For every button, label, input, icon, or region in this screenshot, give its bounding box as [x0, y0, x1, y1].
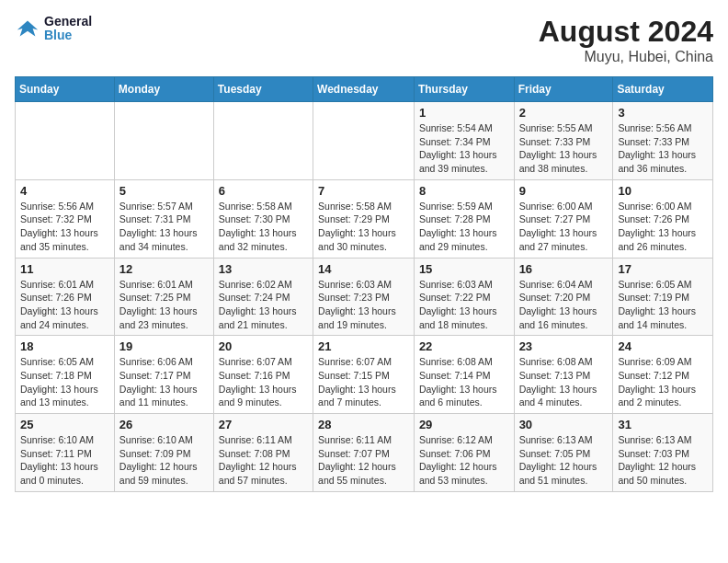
- calendar-cell: 28Sunrise: 6:11 AMSunset: 7:07 PMDayligh…: [313, 414, 415, 492]
- calendar-title: August 2024: [539, 15, 713, 49]
- day-info: Sunrise: 6:06 AMSunset: 7:17 PMDaylight:…: [119, 355, 209, 409]
- logo: General Blue: [15, 15, 92, 43]
- day-number: 3: [618, 106, 708, 120]
- day-info: Sunrise: 6:08 AMSunset: 7:13 PMDaylight:…: [519, 355, 609, 409]
- day-info: Sunrise: 6:05 AMSunset: 7:19 PMDaylight:…: [618, 278, 708, 332]
- day-number: 17: [618, 262, 708, 276]
- day-number: 4: [20, 184, 109, 198]
- calendar-cell: 24Sunrise: 6:09 AMSunset: 7:12 PMDayligh…: [613, 336, 713, 414]
- day-info: Sunrise: 5:57 AMSunset: 7:31 PMDaylight:…: [119, 200, 209, 254]
- day-info: Sunrise: 5:54 AMSunset: 7:34 PMDaylight:…: [419, 121, 509, 176]
- day-info: Sunrise: 6:04 AMSunset: 7:20 PMDaylight:…: [519, 278, 609, 332]
- day-number: 2: [519, 106, 609, 120]
- day-number: 1: [419, 106, 509, 120]
- calendar-cell: 26Sunrise: 6:10 AMSunset: 7:09 PMDayligh…: [114, 414, 213, 492]
- day-number: 29: [419, 418, 509, 431]
- day-number: 26: [119, 418, 209, 431]
- day-number: 10: [618, 184, 708, 198]
- day-number: 11: [20, 262, 109, 276]
- day-number: 20: [219, 339, 308, 353]
- day-info: Sunrise: 6:09 AMSunset: 7:12 PMDaylight:…: [618, 355, 708, 409]
- calendar-cell: 9Sunrise: 6:00 AMSunset: 7:27 PMDaylight…: [514, 179, 613, 258]
- day-info: Sunrise: 5:55 AMSunset: 7:33 PMDaylight:…: [519, 121, 609, 176]
- calendar-header: SundayMondayTuesdayWednesdayThursdayFrid…: [16, 77, 713, 102]
- calendar-cell: [313, 102, 415, 180]
- calendar-week-3: 11Sunrise: 6:01 AMSunset: 7:26 PMDayligh…: [16, 258, 713, 336]
- calendar-week-5: 25Sunrise: 6:10 AMSunset: 7:11 PMDayligh…: [16, 414, 713, 492]
- day-number: 5: [119, 184, 209, 198]
- calendar-week-1: 1Sunrise: 5:54 AMSunset: 7:34 PMDaylight…: [16, 102, 713, 180]
- weekday-header-saturday: Saturday: [613, 77, 713, 102]
- calendar-cell: 4Sunrise: 5:56 AMSunset: 7:32 PMDaylight…: [16, 179, 115, 258]
- calendar-cell: 3Sunrise: 5:56 AMSunset: 7:33 PMDaylight…: [613, 102, 713, 180]
- calendar-cell: 22Sunrise: 6:08 AMSunset: 7:14 PMDayligh…: [414, 336, 514, 414]
- day-info: Sunrise: 6:00 AMSunset: 7:27 PMDaylight:…: [519, 200, 609, 254]
- day-info: Sunrise: 6:10 AMSunset: 7:09 PMDaylight:…: [119, 433, 209, 488]
- calendar-cell: 6Sunrise: 5:58 AMSunset: 7:30 PMDaylight…: [213, 179, 313, 258]
- day-number: 31: [618, 418, 708, 431]
- calendar-cell: 20Sunrise: 6:07 AMSunset: 7:16 PMDayligh…: [213, 336, 313, 414]
- calendar-cell: 8Sunrise: 5:59 AMSunset: 7:28 PMDaylight…: [414, 179, 514, 258]
- day-info: Sunrise: 6:11 AMSunset: 7:08 PMDaylight:…: [219, 433, 308, 488]
- calendar-cell: 15Sunrise: 6:03 AMSunset: 7:22 PMDayligh…: [414, 258, 514, 336]
- day-number: 18: [20, 339, 109, 353]
- day-info: Sunrise: 6:05 AMSunset: 7:18 PMDaylight:…: [20, 355, 109, 409]
- day-number: 28: [318, 418, 409, 431]
- title-block: August 2024 Muyu, Hubei, China: [539, 15, 713, 65]
- calendar-cell: 10Sunrise: 6:00 AMSunset: 7:26 PMDayligh…: [613, 179, 713, 258]
- day-info: Sunrise: 6:13 AMSunset: 7:05 PMDaylight:…: [519, 433, 609, 488]
- day-number: 30: [519, 418, 609, 431]
- day-info: Sunrise: 6:11 AMSunset: 7:07 PMDaylight:…: [318, 433, 409, 488]
- calendar-cell: 2Sunrise: 5:55 AMSunset: 7:33 PMDaylight…: [514, 102, 613, 180]
- calendar-subtitle: Muyu, Hubei, China: [539, 49, 713, 65]
- day-info: Sunrise: 6:13 AMSunset: 7:03 PMDaylight:…: [618, 433, 708, 488]
- day-number: 12: [119, 262, 209, 276]
- day-info: Sunrise: 5:56 AMSunset: 7:32 PMDaylight:…: [20, 200, 109, 254]
- calendar-table: SundayMondayTuesdayWednesdayThursdayFrid…: [15, 76, 713, 492]
- calendar-cell: 11Sunrise: 6:01 AMSunset: 7:26 PMDayligh…: [16, 258, 115, 336]
- day-info: Sunrise: 6:03 AMSunset: 7:22 PMDaylight:…: [419, 278, 509, 332]
- calendar-cell: 7Sunrise: 5:58 AMSunset: 7:29 PMDaylight…: [313, 179, 415, 258]
- calendar-cell: 27Sunrise: 6:11 AMSunset: 7:08 PMDayligh…: [213, 414, 313, 492]
- day-number: 7: [318, 184, 409, 198]
- day-info: Sunrise: 5:59 AMSunset: 7:28 PMDaylight:…: [419, 200, 509, 254]
- calendar-cell: 25Sunrise: 6:10 AMSunset: 7:11 PMDayligh…: [16, 414, 115, 492]
- day-info: Sunrise: 5:58 AMSunset: 7:30 PMDaylight:…: [219, 200, 308, 254]
- weekday-header-sunday: Sunday: [16, 77, 115, 102]
- day-info: Sunrise: 5:58 AMSunset: 7:29 PMDaylight:…: [318, 200, 409, 254]
- day-info: Sunrise: 6:01 AMSunset: 7:25 PMDaylight:…: [119, 278, 209, 332]
- day-info: Sunrise: 6:12 AMSunset: 7:06 PMDaylight:…: [419, 433, 509, 488]
- weekday-header-wednesday: Wednesday: [313, 77, 415, 102]
- day-number: 13: [219, 262, 308, 276]
- day-number: 14: [318, 262, 409, 276]
- logo-icon: [15, 16, 40, 41]
- day-number: 24: [618, 339, 708, 353]
- day-number: 19: [119, 339, 209, 353]
- calendar-cell: 17Sunrise: 6:05 AMSunset: 7:19 PMDayligh…: [613, 258, 713, 336]
- day-number: 6: [219, 184, 308, 198]
- calendar-cell: 30Sunrise: 6:13 AMSunset: 7:05 PMDayligh…: [514, 414, 613, 492]
- calendar-cell: 18Sunrise: 6:05 AMSunset: 7:18 PMDayligh…: [16, 336, 115, 414]
- day-info: Sunrise: 6:01 AMSunset: 7:26 PMDaylight:…: [20, 278, 109, 332]
- calendar-cell: 12Sunrise: 6:01 AMSunset: 7:25 PMDayligh…: [114, 258, 213, 336]
- day-info: Sunrise: 6:07 AMSunset: 7:16 PMDaylight:…: [219, 355, 308, 409]
- calendar-week-4: 18Sunrise: 6:05 AMSunset: 7:18 PMDayligh…: [16, 336, 713, 414]
- day-info: Sunrise: 6:08 AMSunset: 7:14 PMDaylight:…: [419, 355, 509, 409]
- calendar-cell: [213, 102, 313, 180]
- day-number: 9: [519, 184, 609, 198]
- weekday-header-thursday: Thursday: [414, 77, 514, 102]
- day-info: Sunrise: 6:02 AMSunset: 7:24 PMDaylight:…: [219, 278, 308, 332]
- calendar-cell: 1Sunrise: 5:54 AMSunset: 7:34 PMDaylight…: [414, 102, 514, 180]
- svg-marker-0: [17, 21, 38, 37]
- calendar-cell: [114, 102, 213, 180]
- day-info: Sunrise: 5:56 AMSunset: 7:33 PMDaylight:…: [618, 121, 708, 176]
- calendar-week-2: 4Sunrise: 5:56 AMSunset: 7:32 PMDaylight…: [16, 179, 713, 258]
- day-info: Sunrise: 6:00 AMSunset: 7:26 PMDaylight:…: [618, 200, 708, 254]
- weekday-header-monday: Monday: [114, 77, 213, 102]
- day-number: 22: [419, 339, 509, 353]
- page-header: General Blue August 2024 Muyu, Hubei, Ch…: [15, 15, 713, 65]
- calendar-cell: 23Sunrise: 6:08 AMSunset: 7:13 PMDayligh…: [514, 336, 613, 414]
- day-number: 8: [419, 184, 509, 198]
- calendar-cell: [16, 102, 115, 180]
- calendar-cell: 19Sunrise: 6:06 AMSunset: 7:17 PMDayligh…: [114, 336, 213, 414]
